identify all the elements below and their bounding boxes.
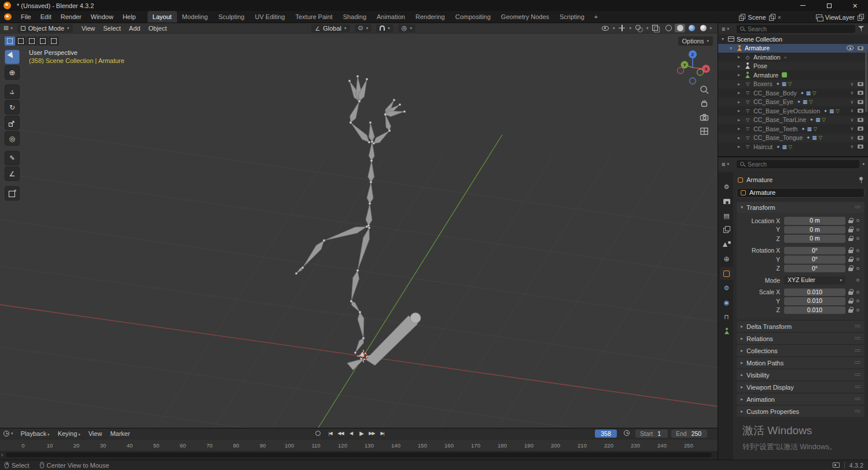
menubar-item[interactable]: File xyxy=(16,13,36,20)
tool-button[interactable] xyxy=(5,50,20,64)
workspace-tab[interactable]: Rendering xyxy=(410,11,450,23)
hide-in-viewport-icon[interactable]: ∨ xyxy=(850,90,854,95)
collapsed-panel-header[interactable]: Delta Transform xyxy=(737,321,865,332)
outliner-item-armature-object[interactable]: Armature xyxy=(718,44,868,53)
outliner-item[interactable]: CC_Base_Eye ∨ xyxy=(718,98,868,107)
toggle-xray-icon[interactable] xyxy=(652,25,659,32)
axis-y-negative-handle[interactable] xyxy=(697,69,704,76)
outliner-item[interactable]: Boxers ∨ xyxy=(718,80,868,89)
hide-in-viewport-icon[interactable]: ∨ xyxy=(850,108,854,113)
menubar-item[interactable]: Help xyxy=(118,13,141,20)
transform-orientation-selector[interactable]: Global ▾ xyxy=(311,24,350,32)
transform-panel-header[interactable]: ▾ Transform xyxy=(737,202,865,213)
workspace-tab[interactable]: Texture Paint xyxy=(290,11,337,23)
disable-in-renders-icon[interactable] xyxy=(858,46,863,50)
outliner-item[interactable]: CC_Base_Teeth ∨ xyxy=(718,124,868,134)
play-button[interactable] xyxy=(357,429,366,438)
shading-rendered-button[interactable] xyxy=(698,24,708,32)
pin-icon[interactable] xyxy=(859,177,863,183)
mode-selector[interactable]: Object Mode ▾ xyxy=(17,24,73,32)
scroll-left-arrow[interactable]: ‹ xyxy=(1,452,3,458)
animate-property-dot[interactable] xyxy=(856,228,859,231)
expand-arrow-icon[interactable] xyxy=(738,54,744,60)
browse-scene-icon[interactable] xyxy=(739,14,745,20)
frame-start-field[interactable]: Start 1 xyxy=(635,430,668,438)
shading-solid-button[interactable] xyxy=(675,24,685,32)
tool-button[interactable] xyxy=(5,116,20,130)
collapsed-panel-header[interactable]: Relations xyxy=(737,333,865,344)
animate-property-dot[interactable] xyxy=(856,267,859,270)
show-overlays-icon[interactable] xyxy=(635,25,642,32)
options-dropdown[interactable]: Options ▾ xyxy=(678,36,713,46)
toggle-orthographic-icon[interactable] xyxy=(699,126,709,136)
hide-in-viewport-icon[interactable]: ∨ xyxy=(850,135,854,140)
workspace-tab[interactable]: Layout xyxy=(148,11,177,23)
disable-in-renders-icon[interactable] xyxy=(858,109,863,113)
viewport-menu-item[interactable]: Object xyxy=(144,25,171,32)
select-mode-button[interactable] xyxy=(27,36,37,46)
viewport-menu-item[interactable]: Select xyxy=(99,25,125,32)
hide-in-viewport-icon[interactable]: ∨ xyxy=(850,99,854,105)
lock-icon[interactable] xyxy=(848,218,853,224)
disable-in-renders-icon[interactable] xyxy=(858,118,863,122)
animate-property-dot[interactable] xyxy=(856,309,859,312)
location-field[interactable]: 0 m xyxy=(784,226,845,234)
hide-in-viewport-icon[interactable]: ∨ xyxy=(850,126,854,131)
viewlayer-selector[interactable]: ViewLayer xyxy=(816,13,863,21)
select-mode-button[interactable] xyxy=(5,36,15,46)
object-name-field[interactable]: Armature xyxy=(737,188,865,198)
scale-field[interactable]: 0.010 xyxy=(784,288,845,297)
scene-selector[interactable]: Scene xyxy=(739,13,781,21)
properties-editor[interactable]: ▾ ▾ xyxy=(718,158,868,460)
properties-search-input[interactable] xyxy=(748,161,857,168)
hide-in-viewport-icon[interactable]: ∨ xyxy=(850,117,854,123)
tool-button[interactable] xyxy=(5,186,20,201)
chevron-down-icon[interactable]: ▾ xyxy=(646,26,649,31)
select-mode-button[interactable] xyxy=(38,36,48,46)
axis-z-negative-handle[interactable] xyxy=(690,78,696,84)
workspace-tab[interactable]: Animation xyxy=(372,11,410,23)
properties-tab[interactable] xyxy=(720,325,733,338)
outliner-item[interactable]: CC_Base_TearLine ∨ xyxy=(718,116,868,125)
lock-icon[interactable] xyxy=(848,227,853,232)
minimize-button[interactable] xyxy=(790,0,816,11)
properties-tab[interactable] xyxy=(720,224,733,236)
auto-keying-toggle[interactable] xyxy=(315,431,321,436)
select-mode-button[interactable] xyxy=(49,36,59,46)
location-field[interactable]: 0 m xyxy=(784,217,845,225)
menubar-item[interactable]: Edit xyxy=(36,13,56,20)
unlink-scene-icon[interactable] xyxy=(778,14,781,21)
timeline-menu-item[interactable]: Keying xyxy=(54,430,84,437)
collapsed-panel-header[interactable]: Viewport Display xyxy=(737,382,865,393)
tool-button[interactable] xyxy=(5,65,20,80)
properties-tab[interactable] xyxy=(720,296,733,309)
animate-property-dot[interactable] xyxy=(856,219,859,222)
panel-grip-icon[interactable] xyxy=(855,206,860,209)
tool-button[interactable] xyxy=(5,166,20,181)
properties-tab[interactable] xyxy=(720,238,733,251)
preview-range-icon[interactable] xyxy=(624,430,630,436)
expand-arrow-icon[interactable] xyxy=(738,108,744,113)
expand-arrow-icon[interactable] xyxy=(730,46,736,51)
viewport-menu-item[interactable]: Add xyxy=(125,25,145,32)
disable-in-renders-icon[interactable] xyxy=(858,136,863,140)
tool-button[interactable] xyxy=(5,100,20,114)
timeline-menu-item[interactable]: Marker xyxy=(106,430,134,437)
camera-view-icon[interactable] xyxy=(699,112,709,123)
animate-property-dot[interactable] xyxy=(856,279,859,282)
pan-hand-icon[interactable] xyxy=(699,98,709,109)
timeline-editor[interactable]: ▾ PlaybackKeyingViewMarker 358 Start 1 E… xyxy=(0,428,718,460)
3d-viewport[interactable]: ▾ Object Mode ▾ ViewSelectAddObject Glob… xyxy=(0,23,718,428)
lock-icon[interactable] xyxy=(848,257,853,262)
armature-figure[interactable] xyxy=(295,75,406,354)
filter-icon[interactable] xyxy=(858,26,865,32)
timeline-menu-item[interactable]: View xyxy=(84,430,106,437)
frame-end-field[interactable]: End 250 xyxy=(671,430,707,438)
scale-field[interactable]: 0.010 xyxy=(784,306,845,314)
animate-property-dot[interactable] xyxy=(856,258,859,261)
rotation-mode-dropdown[interactable]: XYZ Euler ▾ xyxy=(784,276,845,284)
workspace-tab[interactable]: Geometry Nodes xyxy=(496,11,554,23)
outliner-search[interactable] xyxy=(737,25,855,33)
outliner-item[interactable]: Animation ∨ xyxy=(718,53,868,62)
hide-in-viewport-icon[interactable]: ∨ xyxy=(850,82,854,87)
